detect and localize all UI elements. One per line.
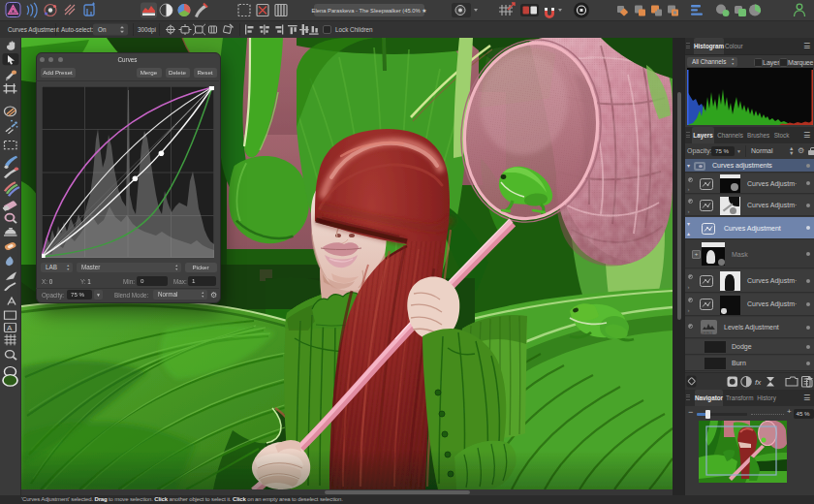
svg-text:300dpi: 300dpi [138, 26, 156, 34]
svg-text:Curves Adjustment: Curves Adjustment [8, 26, 59, 34]
svg-text:Elena Paraskeva - The Sleepwal: Elena Paraskeva - The Sleepwalker (45.0%… [312, 8, 427, 14]
svg-text:fx: fx [755, 378, 762, 387]
svg-text:Lock Children: Lock Children [335, 26, 373, 33]
svg-text:Auto-select:: Auto-select: [61, 26, 93, 33]
svg-text:A: A [7, 324, 12, 331]
svg-text:On: On [98, 26, 107, 33]
